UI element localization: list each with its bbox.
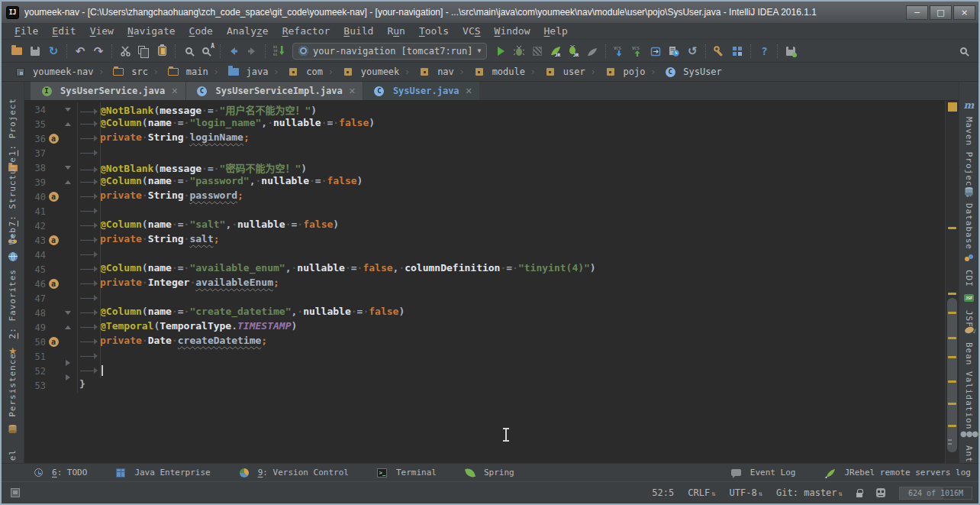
close-tab-icon[interactable]: ✕ [466, 86, 472, 96]
save-icon[interactable] [26, 42, 44, 60]
gutter-arrow-icon[interactable] [66, 374, 70, 380]
breadcrumb-item-youmeek-nav[interactable]: youmeek-nav [9, 63, 95, 81]
toolwindow-button-jrebel-remote-servers-log[interactable]: JRebel remote servers log [821, 464, 971, 482]
warning-stripe-mark[interactable] [948, 337, 956, 339]
toolwindow-button-persistence[interactable]: Persistence [2, 353, 24, 439]
toolwindow-button-spring[interactable]: Spring [461, 464, 514, 482]
search-everywhere-icon[interactable] [954, 42, 972, 60]
tab-sysuserserviceimpl-java[interactable]: CSysUserServiceImpl.java✕ [186, 82, 363, 100]
breadcrumb-item-nav[interactable]: nav [414, 63, 456, 81]
memory-indicator[interactable]: 624 of 1016M [899, 487, 972, 500]
jrebel-remote-icon[interactable] [583, 42, 601, 60]
code-text[interactable] [78, 204, 945, 219]
jpa-attribute-icon[interactable]: a [49, 337, 59, 347]
warning-stripe-mark[interactable] [948, 293, 956, 295]
warning-stripe-mark[interactable] [948, 425, 956, 427]
warning-stripe-mark[interactable] [948, 356, 956, 358]
toolwindow-button-6-todo[interactable]: 6: TODO [29, 464, 87, 482]
fold-region-start-icon[interactable] [65, 311, 71, 315]
vcs-shelve-icon[interactable] [646, 42, 665, 60]
code-text[interactable]: private·String·salt; [78, 233, 945, 248]
menu-file[interactable]: File [8, 25, 45, 37]
toolwindow-toggle-icon[interactable] [11, 488, 20, 497]
breadcrumb-item-main[interactable]: main [163, 63, 210, 81]
settings-wrench-icon[interactable] [710, 42, 728, 60]
breadcrumb-item-youmeek[interactable]: youmeek [337, 63, 401, 81]
readonly-lock-icon[interactable] [856, 493, 862, 497]
fold-region-start-icon[interactable] [65, 108, 71, 112]
debug-jrebel-icon[interactable]: JR [565, 42, 583, 60]
toolwindow-button-2-favorites[interactable]: 2: Favorites★ [2, 269, 24, 360]
code-text[interactable]: private·String·password; [78, 189, 945, 204]
run-jrebel-icon[interactable]: JR [546, 42, 565, 60]
code-text[interactable]: private·Integer·availableEnum; [78, 277, 945, 291]
fold-region-end-icon[interactable] [65, 180, 71, 184]
toolwindow-button-el[interactable]: el [2, 449, 24, 461]
fold-region-end-icon[interactable] [65, 122, 71, 126]
warning-stripe-mark[interactable] [948, 380, 956, 383]
breadcrumb-item-pojo[interactable]: pojo [600, 63, 647, 81]
toolwindow-button-ant[interactable]: ●●●Ant [959, 424, 978, 463]
close-button[interactable]: × [953, 5, 975, 20]
compile-changed-icon[interactable]: 011001 [269, 42, 288, 60]
undo-icon[interactable]: ↶ [71, 42, 89, 60]
jpa-attribute-icon[interactable]: a [49, 134, 59, 144]
breadcrumb-item-module[interactable]: module [469, 63, 527, 81]
toolwindow-button-event-log[interactable]: Event Log [727, 464, 796, 482]
fold-region-end-icon[interactable] [65, 325, 71, 329]
vcs-update-icon[interactable]: VCS [610, 42, 628, 60]
code-text[interactable]: @Column(name·=·"available_enum",·nullabl… [78, 262, 945, 277]
warning-stripe-mark[interactable] [948, 403, 956, 405]
copy-icon[interactable] [134, 42, 153, 60]
nav-back-icon[interactable] [224, 42, 243, 60]
project-structure-icon[interactable] [728, 42, 746, 60]
line-separator-widget[interactable]: CRLF⇅ [688, 487, 715, 498]
breadcrumb-item-src[interactable]: src [108, 63, 150, 81]
sync-icon[interactable]: ↻ [44, 42, 63, 60]
jpa-attribute-icon[interactable]: a [49, 235, 59, 245]
code-text[interactable]: @Column(name·=·"login_name",·nullable·=·… [78, 117, 945, 131]
menu-edit[interactable]: Edit [45, 25, 82, 37]
encoding-widget[interactable]: UTF-8⇅ [730, 487, 763, 498]
warning-stripe-mark[interactable] [948, 312, 956, 314]
editor[interactable]: 34@NotBlank(message·=·"用户名不能为空！")35@Colu… [24, 101, 959, 463]
breadcrumb-item-java[interactable]: java [223, 63, 270, 81]
close-tab-icon[interactable]: ✕ [171, 86, 178, 96]
fold-region-start-icon[interactable] [65, 166, 71, 170]
menu-navigate[interactable]: Navigate [121, 25, 182, 37]
toolwindow-button-web[interactable]: Web [2, 227, 24, 266]
code-text[interactable]: @Column(name·=·"create_datetime",·nullab… [78, 306, 945, 320]
nav-forward-icon[interactable] [243, 42, 261, 60]
code-text[interactable]: @Temporal(TemporalType.TIMESTAMP) [78, 320, 945, 335]
tab-sysuser-java[interactable]: CSysUser.java✕ [363, 82, 480, 100]
gutter-arrow-icon[interactable] [66, 360, 70, 366]
breadcrumb-item-com[interactable]: com [282, 63, 324, 81]
toolwindow-button-java-enterprise[interactable]: Java Enterprise [111, 464, 210, 482]
jrebel-sync-icon[interactable] [782, 42, 800, 60]
code-text[interactable]: @Column(name·=·"salt",·nullable·=·false) [78, 219, 945, 233]
jpa-attribute-icon[interactable]: a [49, 279, 59, 289]
menu-run[interactable]: Run [380, 25, 411, 37]
toolwindow-button-database[interactable]: Database [959, 182, 978, 250]
menu-code[interactable]: Code [182, 25, 220, 37]
error-stripe-scrollbar[interactable] [945, 101, 959, 463]
toolwindow-button-terminal[interactable]: >_Terminal [373, 464, 437, 482]
menu-view[interactable]: View [83, 25, 121, 37]
code-area[interactable]: 34@NotBlank(message·=·"用户名不能为空！")35@Colu… [24, 101, 945, 463]
menu-refactor[interactable]: Refactor [276, 25, 337, 37]
maximize-button[interactable]: □ [930, 5, 952, 20]
code-text[interactable] [78, 146, 945, 160]
code-text[interactable]: @NotBlank(message·=·"密码不能为空！") [78, 160, 945, 175]
hector-inspections-icon[interactable] [876, 488, 885, 497]
code-text[interactable]: private·Date·createDatetime; [78, 335, 945, 349]
redo-icon[interactable]: ↷ [89, 42, 108, 60]
jpa-attribute-icon[interactable]: a [49, 192, 59, 202]
code-text[interactable]: @Column(name·=·"password",·nullable·=·fa… [78, 175, 945, 189]
breadcrumb-item-user[interactable]: user [540, 63, 587, 81]
warning-stripe-mark[interactable] [948, 227, 956, 229]
caret-position-widget[interactable]: 52:5 [652, 487, 674, 498]
toolwindow-button-cdi[interactable]: CDI [959, 248, 978, 287]
menu-tools[interactable]: Tools [412, 25, 456, 37]
breadcrumb-item-sysuser[interactable]: CSysUser [659, 63, 724, 81]
code-text[interactable]: @NotBlank(message·=·"用户名不能为空！") [78, 102, 945, 117]
